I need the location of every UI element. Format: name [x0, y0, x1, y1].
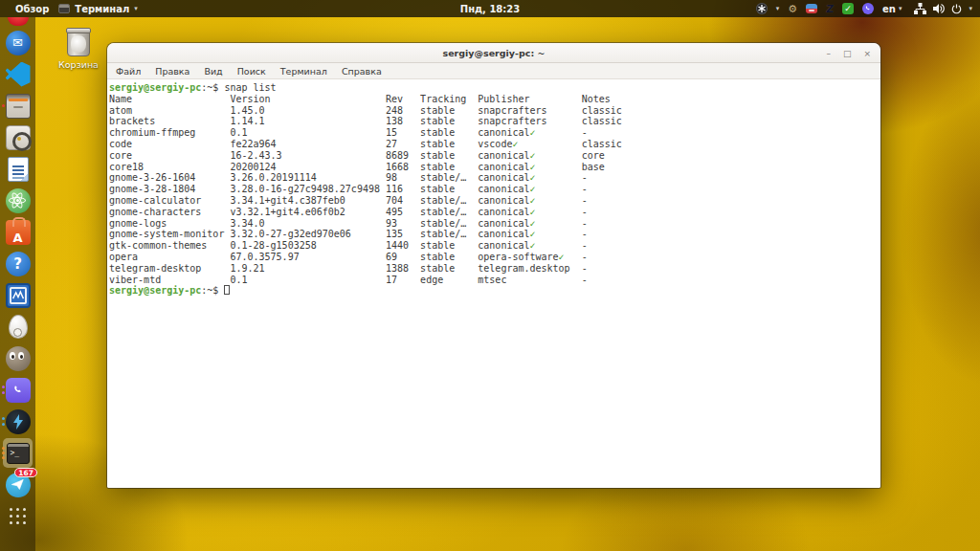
- trash-shortcut[interactable]: Корзина: [54, 30, 103, 70]
- terminal-line: brackets 1.14.1 138 stable snapcrafters …: [109, 116, 879, 127]
- maximize-button[interactable]: □: [843, 49, 852, 58]
- window-titlebar[interactable]: sergiy@sergiy-pc: ~ – □ ×: [107, 43, 880, 63]
- dock-item-thunderbird[interactable]: ✉: [0, 27, 35, 58]
- system-monitor-icon: [6, 283, 31, 308]
- window-title: sergiy@sergiy-pc: ~: [442, 48, 545, 58]
- chevron-down-icon: ▾: [899, 5, 902, 12]
- dock-item-system-monitor[interactable]: [0, 279, 35, 311]
- chevron-down-icon: ▾: [776, 5, 780, 12]
- terminal-line: gnome-3-28-1804 3.28.0-16-g27c9498.27c94…: [109, 184, 879, 195]
- thunderbird-icon: ✉: [6, 31, 31, 55]
- file-drawer-icon: [6, 94, 31, 119]
- gear-icon[interactable]: ⚙: [788, 4, 797, 14]
- opera-icon: [8, 17, 29, 26]
- volume-icon[interactable]: [933, 3, 945, 14]
- dock-item-gimp[interactable]: [0, 342, 35, 374]
- terminal-line: Name Version Rev Tracking Publisher Note…: [109, 94, 879, 105]
- terminal-line: core 16-2.43.3 8689 stable canonical✓ co…: [109, 150, 879, 162]
- dock-item-vscode[interactable]: [0, 58, 35, 90]
- terminal-line: atom 1.45.0 248 stable snapcrafters clas…: [109, 105, 879, 117]
- terminal-menubar: Файл Правка Вид Поиск Терминал Справка: [107, 63, 880, 79]
- terminal-line: gnome-logs 3.34.0 93 stable/… canonical✓…: [109, 218, 879, 230]
- indicator-circle-icon[interactable]: [756, 3, 768, 14]
- egg-timer-icon: [9, 315, 28, 339]
- check-square-icon[interactable]: ✓: [842, 3, 854, 14]
- dock-item-zap[interactable]: [0, 406, 35, 437]
- app-menu-label: Терминал: [75, 4, 129, 14]
- trash-icon: [67, 30, 90, 56]
- menu-view[interactable]: Вид: [204, 66, 222, 77]
- dock-item-help[interactable]: ?: [0, 248, 35, 279]
- terminal-line: opera 67.0.3575.97 69 stable opera-softw…: [109, 252, 879, 263]
- menu-terminal[interactable]: Терминал: [280, 66, 327, 77]
- z-indicator-icon[interactable]: Z: [825, 3, 834, 15]
- terminal-line: gnome-3-26-1604 3.26.0.20191114 98 stabl…: [109, 172, 879, 184]
- viber-icon[interactable]: [862, 3, 874, 14]
- network-wired-icon[interactable]: [914, 3, 926, 14]
- terminal-line: telegram-desktop 1.9.21 1388 stable tele…: [109, 263, 879, 275]
- menu-edit[interactable]: Правка: [155, 66, 189, 77]
- dock-item-telegram[interactable]: 167: [0, 469, 35, 500]
- terminal-icon: [58, 4, 70, 13]
- speaker-box-icon: [6, 125, 31, 150]
- chevron-down-icon: ▾: [969, 5, 972, 12]
- dock-item-opera[interactable]: [0, 17, 35, 27]
- dock-item-writer[interactable]: [0, 153, 35, 185]
- recorder-icon[interactable]: [806, 4, 817, 13]
- chevron-down-icon: ▾: [134, 5, 138, 12]
- dock-item-terminal[interactable]: >_: [0, 437, 35, 469]
- top-bar: Обзор Терминал ▾ Пнд, 18:23 ▾ ⚙ Z ✓ en▾: [0, 0, 980, 17]
- dock-item-speaker-box[interactable]: [0, 121, 35, 153]
- dock-item-atom[interactable]: [0, 185, 35, 216]
- close-button[interactable]: ×: [863, 49, 871, 58]
- dock-item-file-drawer[interactable]: [0, 90, 35, 121]
- dock-item-viber[interactable]: [0, 374, 35, 406]
- dock-item-egg[interactable]: [0, 311, 35, 342]
- terminal-line: viber-mtd 0.1 17 edge mtsec -: [109, 275, 879, 286]
- viber-icon: [6, 378, 31, 403]
- terminal-line: gnome-calculator 3.34.1+git4.c387feb0 70…: [109, 195, 879, 207]
- trash-label: Корзина: [54, 59, 103, 70]
- telegram-badge: 167: [14, 468, 37, 477]
- atom-icon: [6, 188, 31, 213]
- libreoffice-writer-icon: [8, 157, 29, 182]
- terminal-line: gnome-characters v3.32.1+git4.e06f0b2 49…: [109, 207, 879, 218]
- terminal-line: sergiy@sergiy-pc:~$ snap list: [109, 82, 879, 94]
- app-grid-icon: [10, 508, 27, 525]
- gimp-icon: [6, 346, 31, 371]
- terminal-line: sergiy@sergiy-pc:~$: [109, 285, 879, 297]
- dock-item-software[interactable]: A: [0, 216, 35, 248]
- terminal-line: chromium-ffmpeg 0.1 15 stable canonical✓…: [109, 127, 879, 139]
- show-applications-button[interactable]: [0, 500, 35, 532]
- dock: ✉ A ? >_ 167: [0, 17, 35, 551]
- menu-help[interactable]: Справка: [342, 66, 382, 77]
- minimize-button[interactable]: –: [826, 49, 831, 58]
- zap-icon: [6, 409, 31, 434]
- terminal-line: code fe22a964 27 stable vscode✓ classic: [109, 139, 879, 150]
- menu-file[interactable]: Файл: [116, 66, 141, 77]
- power-icon[interactable]: [951, 4, 962, 14]
- keyboard-layout-indicator[interactable]: en▾: [882, 4, 902, 14]
- menu-search[interactable]: Поиск: [237, 66, 266, 77]
- terminal-cursor: [224, 285, 230, 295]
- app-menu[interactable]: Терминал ▾: [58, 4, 137, 14]
- terminal-icon: >_: [7, 443, 30, 464]
- help-icon: ?: [6, 252, 31, 276]
- activities-button[interactable]: Обзор: [15, 4, 49, 14]
- vscode-icon: [6, 62, 31, 87]
- terminal-line: core18 20200124 1668 stable canonical✓ b…: [109, 162, 879, 173]
- ubuntu-software-icon: A: [6, 220, 31, 245]
- terminal-window: sergiy@sergiy-pc: ~ – □ × Файл Правка Ви…: [107, 43, 880, 488]
- terminal-output[interactable]: sergiy@sergiy-pc:~$ snap listName Versio…: [107, 79, 880, 488]
- terminal-line: gnome-system-monitor 3.32.0-27-g32ed970e…: [109, 229, 879, 240]
- terminal-line: gtk-common-themes 0.1-28-g1503258 1440 s…: [109, 240, 879, 252]
